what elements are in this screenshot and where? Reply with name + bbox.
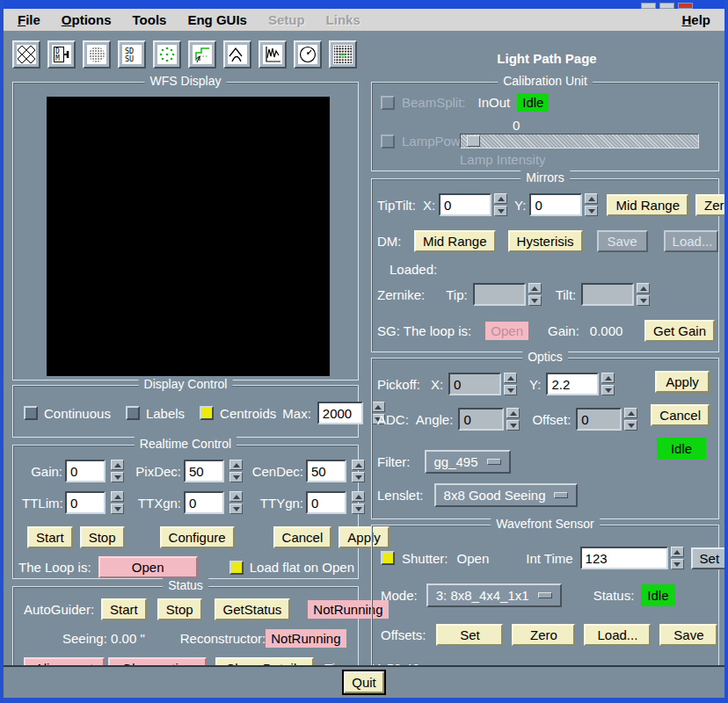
offsets-save-button[interactable]: Save [659, 624, 717, 646]
spin-down-button[interactable] [352, 504, 365, 514]
show-details-button[interactable]: Show Details [215, 657, 314, 665]
pickoff-x-input[interactable] [448, 373, 501, 395]
autoguider-stop-button[interactable]: Stop [157, 598, 202, 620]
autoguider-start-button[interactable]: Start [101, 598, 147, 620]
spin-down-button[interactable] [528, 295, 542, 306]
offsets-zero-button[interactable]: Zero [512, 624, 575, 646]
menu-file[interactable]: File [18, 12, 40, 27]
spin-down-button[interactable] [585, 206, 598, 216]
load-flat-checkbox[interactable] [229, 561, 244, 575]
crosshatch-display-icon[interactable] [12, 40, 40, 69]
spin-down-button[interactable] [506, 420, 520, 431]
spin-up-button[interactable] [528, 283, 542, 294]
dm-mirror-icon[interactable]: DM [47, 40, 76, 69]
spin-down-button[interactable] [624, 420, 637, 431]
int-time-input[interactable] [580, 547, 668, 569]
spin-up-button[interactable] [111, 491, 124, 502]
pixdec-input[interactable] [184, 460, 224, 482]
observation-button[interactable]: Observation [108, 657, 207, 665]
menu-tools[interactable]: Tools [133, 12, 167, 27]
shutter-checkbox[interactable] [381, 551, 395, 565]
minimize-button[interactable] [641, 3, 656, 9]
configure-button[interactable]: Configure [160, 526, 235, 548]
tiptilt-x-input[interactable] [439, 193, 491, 216]
spin-up-button[interactable] [504, 373, 517, 383]
display-control-group: Display Control Continuous Labels Centro… [12, 385, 359, 438]
start-button[interactable]: Start [27, 526, 73, 548]
optics-cancel-button[interactable]: Cancel [651, 404, 710, 426]
load-flat-label: Load flat on Open [250, 560, 354, 575]
autoguider-getstatus-button[interactable]: GetStatus [215, 598, 291, 620]
ttxgn-input[interactable] [184, 491, 224, 514]
loop-state-button[interactable]: Open [98, 556, 198, 578]
spin-up-button[interactable] [494, 193, 507, 204]
spin-up-button[interactable] [111, 460, 124, 470]
spin-down-button[interactable] [494, 206, 507, 216]
adc-offset-input[interactable] [576, 408, 622, 431]
spin-up-button[interactable] [637, 283, 650, 294]
spin-up-button[interactable] [506, 408, 520, 418]
spin-up-button[interactable] [671, 547, 684, 557]
spin-down-button[interactable] [111, 504, 124, 514]
maximize-button[interactable] [659, 3, 674, 9]
spin-up-button[interactable] [229, 460, 243, 470]
offsets-set-button[interactable]: Set [436, 624, 503, 646]
clock-icon[interactable] [294, 40, 322, 69]
step-signal-icon[interactable] [188, 40, 216, 69]
dot-matrix-icon[interactable] [329, 40, 357, 69]
spin-up-button[interactable] [601, 373, 615, 383]
stop-button[interactable]: Stop [80, 526, 125, 548]
ttlim-input[interactable] [65, 491, 106, 514]
peaks-icon[interactable] [223, 40, 251, 69]
sg-loop-state-badge: Open [485, 322, 528, 340]
spin-up-button[interactable] [352, 491, 365, 502]
spin-down-button[interactable] [229, 504, 243, 514]
alignment-button[interactable]: Alignment [24, 657, 105, 665]
menu-help[interactable]: Help [681, 12, 710, 27]
continuous-checkbox[interactable] [24, 406, 38, 420]
tiptilt-y-input[interactable] [529, 193, 582, 216]
pickoff-y-input[interactable] [546, 373, 599, 395]
spin-down-button[interactable] [671, 559, 684, 569]
spin-up-button[interactable] [352, 460, 365, 470]
optics-apply-button[interactable]: Apply [655, 371, 710, 393]
max-input[interactable] [317, 402, 363, 424]
cendec-input[interactable] [306, 460, 346, 482]
stripchart-icon[interactable] [258, 40, 287, 69]
spin-down-button[interactable] [229, 472, 243, 482]
spin-down-button[interactable] [601, 385, 615, 395]
zernike-tilt-input[interactable] [581, 283, 634, 306]
sdsu-camera-icon[interactable]: SDSU [118, 40, 146, 69]
int-time-set-button[interactable]: Set [691, 547, 724, 569]
lenslet-dropdown[interactable]: 8x8 Good Seeing [434, 483, 579, 507]
spin-down-button[interactable] [637, 295, 650, 306]
dm-midrange-button[interactable]: Mid Range [414, 230, 496, 252]
centroids-checkbox[interactable] [200, 406, 214, 420]
get-gain-button[interactable]: Get Gain [644, 320, 715, 342]
ttygn-input[interactable] [306, 491, 346, 514]
spin-down-button[interactable] [352, 472, 365, 482]
cancel-button[interactable]: Cancel [273, 526, 332, 548]
spin-up-button[interactable] [229, 491, 243, 502]
wfs-display-group: WFS Display [12, 82, 359, 380]
labels-checkbox[interactable] [126, 406, 140, 420]
green-dots-icon[interactable] [153, 40, 181, 69]
adc-angle-input[interactable] [458, 408, 504, 431]
menu-options[interactable]: Options [62, 12, 112, 27]
offsets-load-button[interactable]: Load... [584, 624, 651, 646]
tiptilt-midrange-button[interactable]: Mid Range [607, 194, 688, 216]
mode-dropdown[interactable]: 3: 8x8_4x4_1x1 [426, 583, 562, 607]
menu-eng-guis[interactable]: Eng GUIs [187, 12, 247, 27]
close-button[interactable] [678, 3, 693, 9]
gain-input[interactable] [65, 460, 106, 482]
spin-up-button[interactable] [624, 408, 637, 418]
dotted-circle-icon[interactable] [83, 40, 111, 69]
zernike-tip-input[interactable] [473, 283, 526, 306]
quit-button[interactable]: Quit [344, 671, 384, 693]
filter-dropdown[interactable]: gg_495 [425, 450, 511, 474]
spin-up-button[interactable] [585, 193, 598, 204]
dm-hysterisis-button[interactable]: Hysterisis [508, 230, 583, 252]
spin-down-button[interactable] [504, 385, 517, 395]
spin-down-button[interactable] [111, 472, 124, 482]
tiptilt-zero-button[interactable]: Zero [695, 194, 724, 216]
